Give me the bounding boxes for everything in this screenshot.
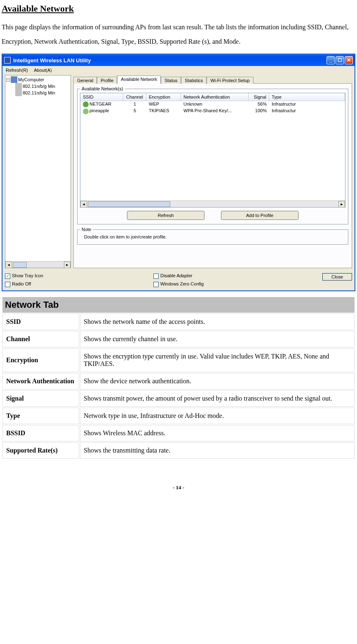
cell-signal: 100% xyxy=(249,108,269,114)
title-bar[interactable]: Intelligent Wireless LAN Utility _ ☐ ✕ xyxy=(2,54,355,66)
network-list[interactable]: SSID Channel Encryption Network Authenti… xyxy=(80,93,345,208)
tree-collapse-icon[interactable]: − xyxy=(6,78,10,82)
table-row: Network AuthenticationShow the device ne… xyxy=(2,373,355,389)
tab-statistics[interactable]: Statistics xyxy=(181,77,207,84)
disable-adapter-checkbox[interactable]: Disable Adapter xyxy=(153,273,204,279)
tree-h-scrollbar[interactable]: ◄ ► xyxy=(5,261,70,268)
scroll-thumb[interactable] xyxy=(13,262,27,268)
minimize-button[interactable]: _ xyxy=(326,56,335,64)
radio-off-checkbox[interactable]: Radio Off xyxy=(5,281,153,287)
scroll-left-icon[interactable]: ◄ xyxy=(5,262,12,268)
description-section: Network Tab SSIDShows the network name o… xyxy=(2,296,355,460)
tab-wps[interactable]: Wi-Fi Protect Setup xyxy=(207,77,253,84)
cell-auth: WPA Pre-Shared Key/... xyxy=(181,108,249,114)
window-title: Intelligent Wireless LAN Utility xyxy=(13,57,326,64)
desc-val: Shows the transmitting data rate. xyxy=(80,442,355,459)
adapter-icon xyxy=(15,90,22,96)
list-header[interactable]: SSID Channel Encryption Network Authenti… xyxy=(80,93,345,101)
tree-item[interactable]: 802.11n/b/g Min xyxy=(15,90,70,96)
desc-val: Shows transmit power, the amount of powe… xyxy=(80,390,355,407)
intro-text: This page displays the information of su… xyxy=(2,20,355,49)
note-text: Double click on item to join/create prof… xyxy=(80,234,345,242)
desc-val: Network type in use, Infrastructure or A… xyxy=(80,408,355,424)
checkbox-label: Radio Off xyxy=(12,281,31,286)
col-ssid[interactable]: SSID xyxy=(80,93,123,101)
tree-item[interactable]: 802.11n/b/g Min xyxy=(15,83,70,90)
cell-type: Infrastructur xyxy=(269,101,345,107)
page-number: - 14 - xyxy=(2,484,355,491)
network-row[interactable]: NETGEAR 1 WEP Unknown 56% Infrastructur xyxy=(80,101,345,108)
col-channel[interactable]: Channel xyxy=(123,93,146,101)
group-label: Available Network(s) xyxy=(80,86,125,91)
desc-key: Encryption xyxy=(2,348,79,372)
table-row: Supported Rate(s)Shows the transmitting … xyxy=(2,442,355,459)
tab-available-network[interactable]: Available Network xyxy=(117,75,161,84)
scroll-right-icon[interactable]: ► xyxy=(64,262,70,268)
desc-key: BSSID xyxy=(2,425,79,441)
checkbox-label: Show Tray Icon xyxy=(12,273,43,278)
desc-val: Shows Wireless MAC address. xyxy=(80,425,355,441)
menu-bar: Refresh(R) About(A) xyxy=(2,66,355,74)
cell-channel: 5 xyxy=(123,108,146,114)
note-label: Note xyxy=(80,227,93,232)
desc-key: Supported Rate(s) xyxy=(2,442,79,459)
note-group: Note Double click on item to join/create… xyxy=(77,227,348,245)
page-title: Available Network xyxy=(2,3,355,14)
app-icon xyxy=(4,57,11,64)
scroll-right-icon[interactable]: ► xyxy=(338,201,345,208)
cell-signal: 56% xyxy=(249,101,269,107)
maximize-button[interactable]: ☐ xyxy=(336,56,344,64)
desc-key: Signal xyxy=(2,390,79,407)
desc-header: Network Tab xyxy=(2,297,355,313)
network-row[interactable]: pineapple 5 TKIP/AES WPA Pre-Shared Key/… xyxy=(80,108,345,114)
cell-auth: Unknown xyxy=(181,101,249,107)
col-encryption[interactable]: Encryption xyxy=(146,93,181,101)
checkbox-icon xyxy=(153,282,159,287)
app-window: Intelligent Wireless LAN Utility _ ☐ ✕ R… xyxy=(2,54,355,291)
desc-val: Show the device network authentication. xyxy=(80,373,355,389)
col-auth[interactable]: Network Authentication xyxy=(181,93,249,101)
col-type[interactable]: Type xyxy=(269,93,345,101)
computer-icon xyxy=(11,76,17,83)
tree-root[interactable]: − MyComputer xyxy=(6,76,70,83)
cell-encryption: TKIP/AES xyxy=(146,108,181,114)
tab-body: Available Network(s) SSID Channel Encryp… xyxy=(73,83,352,268)
table-row: BSSIDShows Wireless MAC address. xyxy=(2,425,355,441)
table-row: EncryptionShows the encryption type curr… xyxy=(2,348,355,372)
desc-key: Type xyxy=(2,408,79,424)
refresh-button[interactable]: Refresh xyxy=(127,211,204,220)
adapter-icon xyxy=(15,83,22,90)
table-row: SSIDShows the network name of the access… xyxy=(2,314,355,330)
checkbox-icon: ✓ xyxy=(5,274,10,279)
tab-strip: General Profile Available Network Status… xyxy=(73,75,352,84)
desc-key: Network Authentication xyxy=(2,373,79,389)
tree-root-label: MyComputer xyxy=(18,77,44,82)
cell-ssid: NETGEAR xyxy=(89,101,111,106)
show-tray-checkbox[interactable]: ✓Show Tray Icon xyxy=(5,273,153,279)
checkbox-label: Windows Zero Config xyxy=(160,281,204,286)
menu-about[interactable]: About(A) xyxy=(34,68,52,73)
add-to-profile-button[interactable]: Add to Profile xyxy=(221,211,298,220)
close-window-button[interactable]: ✕ xyxy=(345,56,353,64)
tab-general[interactable]: General xyxy=(73,77,97,84)
close-button[interactable]: Close xyxy=(322,273,352,281)
cell-encryption: WEP xyxy=(146,101,181,107)
scroll-thumb[interactable] xyxy=(88,201,170,207)
tree-item-label: 802.11n/b/g Min xyxy=(23,90,55,95)
table-row: ChannelShows the currently channel in us… xyxy=(2,331,355,347)
list-h-scrollbar[interactable]: ◄ ► xyxy=(80,201,345,207)
col-signal[interactable]: Signal xyxy=(249,93,269,101)
table-row: TypeNetwork type in use, Infrastructure … xyxy=(2,408,355,424)
tree-item-label: 802.11n/b/g Min xyxy=(23,84,55,89)
checkbox-icon xyxy=(153,274,159,279)
desc-key: SSID xyxy=(2,314,79,330)
scroll-left-icon[interactable]: ◄ xyxy=(80,201,87,208)
menu-refresh[interactable]: Refresh(R) xyxy=(6,68,28,73)
desc-val: Shows the currently channel in use. xyxy=(80,331,355,347)
cell-channel: 1 xyxy=(123,101,146,107)
cell-ssid: pineapple xyxy=(89,108,109,113)
tab-status[interactable]: Status xyxy=(161,77,181,84)
wzc-checkbox[interactable]: Windows Zero Config xyxy=(153,281,204,287)
tab-profile[interactable]: Profile xyxy=(97,77,117,84)
cell-type: Infrastructur xyxy=(269,108,345,114)
